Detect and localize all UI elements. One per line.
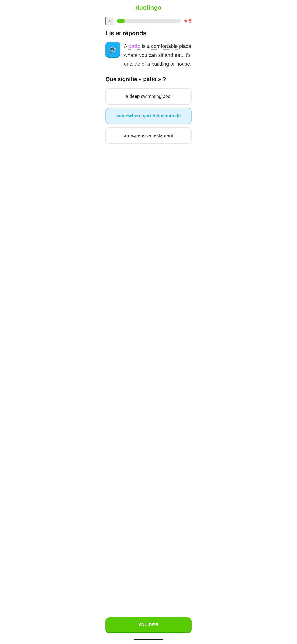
option-3[interactable]: an expensive restaurant bbox=[106, 127, 192, 144]
hearts-container: ♥ 5 bbox=[184, 18, 192, 25]
home-indicator bbox=[106, 639, 192, 644]
progress-bar-fill bbox=[117, 19, 124, 23]
option-1[interactable]: a deep swimming pool bbox=[106, 88, 192, 104]
spacer bbox=[106, 151, 192, 617]
option-2[interactable]: somewhere you relax outside bbox=[106, 108, 192, 124]
options-container: a deep swimming pool somewhere you relax… bbox=[106, 88, 192, 144]
home-indicator-bar bbox=[134, 639, 164, 640]
header: duolingo bbox=[106, 0, 192, 14]
passage-area: 🔊 A patio is a comfortable place where y… bbox=[106, 42, 192, 69]
close-icon bbox=[107, 18, 112, 24]
hearts-count: 5 bbox=[189, 18, 192, 24]
heart-icon: ♥ bbox=[184, 18, 188, 25]
close-button[interactable] bbox=[106, 17, 114, 25]
highlighted-word: patio bbox=[128, 43, 141, 50]
question-text: Que signifie « patio » ? bbox=[106, 76, 192, 83]
progress-bar bbox=[117, 19, 181, 23]
speaker-icon: 🔊 bbox=[109, 46, 117, 53]
passage-text: A patio is a comfortable place where you… bbox=[124, 42, 192, 69]
logo: duolingo bbox=[136, 4, 162, 11]
passage-text-pre: A bbox=[124, 43, 128, 49]
instruction-title: Lis et réponds bbox=[106, 30, 192, 37]
validate-button[interactable]: VALIDER bbox=[106, 617, 192, 632]
progress-row: ♥ 5 bbox=[106, 14, 192, 30]
audio-button[interactable]: 🔊 bbox=[106, 42, 120, 57]
